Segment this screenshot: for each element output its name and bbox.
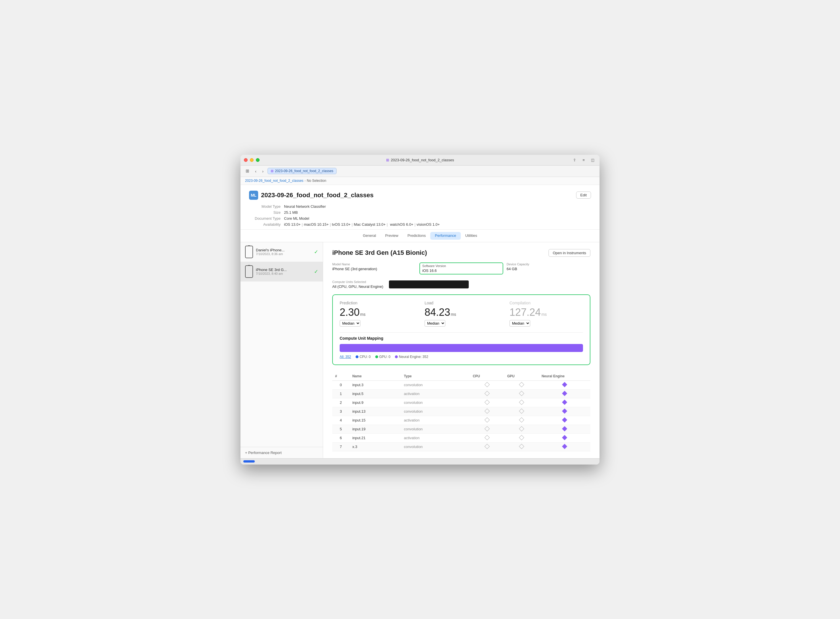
table-row[interactable]: 6 input.21 activation: [332, 434, 590, 442]
add-performance-report-button[interactable]: + Performance Report: [241, 447, 323, 458]
tab-utilities[interactable]: Utilities: [461, 232, 482, 240]
compilation-stat-select[interactable]: Median Mean Min Max: [510, 320, 583, 327]
tab-performance[interactable]: Performance: [430, 232, 460, 240]
device-item-iphone-se[interactable]: iPhone SE 3rd G... 7/10/2023, 8:40 am ✓: [241, 262, 323, 281]
model-type-value: Neural Network Classifier: [284, 204, 591, 209]
legend-gpu: GPU: 0: [375, 355, 390, 359]
cpu-empty-icon: [484, 417, 490, 422]
prediction-metric: Prediction 2.30 ms Median Mean Min: [340, 301, 413, 327]
model-name-label: Model Name: [332, 263, 416, 266]
row-gpu: [504, 442, 539, 451]
compilation-unit: ms: [541, 312, 547, 317]
table-row[interactable]: 1 input.5 activation: [332, 389, 590, 398]
row-num: 0: [332, 380, 349, 389]
row-num: 1: [332, 389, 349, 398]
device-item-daniels-iphone[interactable]: Daniel's iPhone... 7/10/2023, 8:36 am ✓: [241, 242, 323, 262]
table-row[interactable]: 4 input.15 activation: [332, 416, 590, 425]
compute-mapping-title: Compute Unit Mapping: [340, 336, 583, 341]
load-unit: ms: [451, 312, 456, 317]
table-row[interactable]: 3 input.13 convolution: [332, 407, 590, 416]
gpu-empty-icon: [519, 382, 524, 387]
ne-filled-icon: [562, 382, 567, 387]
metrics-card: Prediction 2.30 ms Median Mean Min: [332, 295, 590, 365]
legend-all[interactable]: All: 352: [340, 355, 351, 359]
device-capacity-label: Device Capacity: [507, 263, 590, 266]
ne-filled-icon: [562, 435, 567, 440]
row-name: input.5: [349, 389, 401, 398]
row-gpu: [504, 407, 539, 416]
tab-general[interactable]: General: [358, 232, 380, 240]
prediction-stat-select[interactable]: Median Mean Min Max: [340, 320, 413, 327]
model-info-section: ML 2023-09-26_food_not_food_2_classes Ed…: [241, 185, 599, 230]
gpu-empty-icon: [519, 444, 524, 449]
open-instruments-button[interactable]: Open in Instruments: [549, 249, 590, 257]
row-cpu: [470, 425, 504, 434]
table-row[interactable]: 0 input.3 convolution: [332, 380, 590, 389]
size-label: Size: [255, 210, 281, 215]
prediction-value-row: 2.30 ms: [340, 307, 413, 318]
row-cpu: [470, 442, 504, 451]
load-dropdown[interactable]: Median Mean Min Max: [424, 320, 445, 327]
maximize-button[interactable]: [256, 158, 260, 162]
gpu-empty-icon: [519, 391, 524, 396]
ne-filled-icon: [562, 391, 567, 396]
row-name: input.19: [349, 425, 401, 434]
row-name: input.15: [349, 416, 401, 425]
availability-chips: iOS 13.0+ | macOS 10.15+ | tvOS 13.0+ | …: [284, 222, 591, 227]
ne-filled-icon: [562, 399, 567, 405]
minimize-button[interactable]: [250, 158, 254, 162]
breadcrumb-separator: ›: [305, 179, 306, 183]
row-type: activation: [401, 416, 470, 425]
open-tab[interactable]: ⊞ 2023-09-26_food_not_food_2_classes: [268, 168, 336, 174]
cpu-empty-icon: [484, 444, 490, 449]
operations-table: # Name Type CPU GPU Neural Engine 0 inpu…: [332, 372, 590, 452]
legend-ne: Neural Engine: 352: [395, 355, 428, 359]
row-type: convolution: [401, 442, 470, 451]
size-value: 25.1 MB: [284, 210, 591, 215]
gpu-empty-icon: [519, 435, 524, 440]
prediction-label: Prediction: [340, 301, 413, 305]
compilation-metric: Compilation 127.24 ms Median Mean Min: [510, 301, 583, 327]
compilation-number: 127.24: [510, 307, 541, 318]
table-row[interactable]: 7 x.3 convolution: [332, 442, 590, 451]
panel-icon[interactable]: ◫: [589, 157, 596, 163]
table-row[interactable]: 2 input.9 convolution: [332, 398, 590, 407]
row-name: input.3: [349, 380, 401, 389]
ne-dot: [395, 355, 398, 358]
forward-button[interactable]: ›: [260, 168, 265, 174]
col-header-num: #: [332, 372, 349, 381]
split-view: Daniel's iPhone... 7/10/2023, 8:36 am ✓ …: [241, 242, 599, 458]
cpu-empty-icon: [484, 391, 490, 396]
table-row[interactable]: 5 input.19 convolution: [332, 425, 590, 434]
gpu-empty-icon: [519, 426, 524, 431]
row-gpu: [504, 425, 539, 434]
title-bar: ⊞ 2023-09-26_food_not_food_2_classes ⇪ ≡…: [241, 155, 599, 166]
tab-predictions[interactable]: Predictions: [403, 232, 430, 240]
edit-button[interactable]: Edit: [576, 191, 591, 199]
row-name: input.9: [349, 398, 401, 407]
list-view-icon[interactable]: ≡: [581, 157, 586, 163]
row-num: 4: [332, 416, 349, 425]
row-ne: [539, 434, 590, 442]
row-ne: [539, 416, 590, 425]
col-header-name: Name: [349, 372, 401, 381]
col-header-cpu: CPU: [470, 372, 504, 381]
model-title: 2023-09-26_food_not_food_2_classes: [261, 191, 374, 199]
prediction-dropdown[interactable]: Median Mean Min Max: [340, 320, 360, 327]
model-name-value: iPhone SE (3rd generation): [332, 267, 416, 271]
row-num: 2: [332, 398, 349, 407]
tab-preview[interactable]: Preview: [381, 232, 403, 240]
row-name: x.3: [349, 442, 401, 451]
prediction-number: 2.30: [340, 307, 360, 318]
breadcrumb: 2023-09-26_food_not_food_2_classes › No …: [241, 177, 599, 185]
compilation-dropdown[interactable]: Median Mean Min Max: [510, 320, 530, 327]
sidebar-toggle-button[interactable]: ⊞: [244, 168, 251, 174]
back-button[interactable]: ‹: [253, 168, 258, 174]
load-metric: Load 84.23 ms Median Mean Min Max: [424, 301, 498, 327]
close-button[interactable]: [244, 158, 248, 162]
row-name: input.13: [349, 407, 401, 416]
load-stat-select[interactable]: Median Mean Min Max: [424, 320, 498, 327]
cpu-empty-icon: [484, 382, 490, 387]
share-icon[interactable]: ⇪: [571, 157, 578, 163]
row-ne: [539, 407, 590, 416]
